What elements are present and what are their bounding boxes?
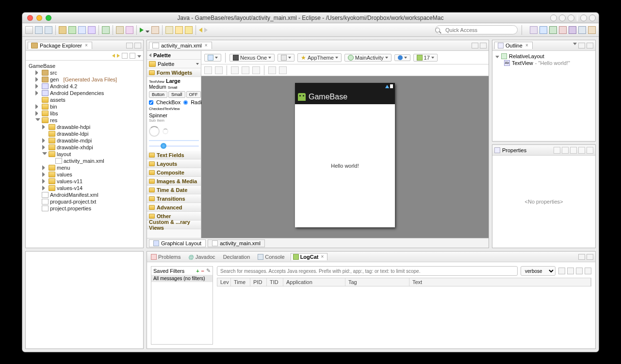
remove-filter-icon[interactable]: − [201,268,204,274]
values11-node[interactable]: values-v11 [42,178,140,185]
outline-tree[interactable]: RelativeLayout AbTextView - "Hello world… [492,51,595,141]
view-menu-icon[interactable] [137,55,141,58]
zoom-reset-icon[interactable] [559,15,566,21]
col-app[interactable]: Application [283,278,345,286]
package-tree[interactable]: GameBase src gen [Generated Java Files] … [26,61,143,248]
hierarchy-perspective-icon[interactable] [569,26,576,34]
zoom-in-icon[interactable] [589,15,596,21]
wand-icon[interactable] [116,26,124,34]
nav-fwd-icon[interactable] [204,28,208,32]
layout-file-node[interactable]: activity_main.xml [49,158,140,164]
emulate-icon[interactable] [268,66,276,74]
palette-breadcrumb[interactable]: Palette [147,51,201,60]
palette-seekbar-widget[interactable] [149,145,199,147]
open-perspective-icon[interactable] [530,26,538,34]
git-perspective-icon[interactable] [588,26,596,34]
col-tid[interactable]: TID [267,278,283,286]
sdk-manager-icon[interactable] [78,26,86,34]
package-icon[interactable] [59,26,66,34]
locale-dropdown[interactable] [394,54,410,61]
minimize-view-icon[interactable] [126,43,133,48]
pencil-icon[interactable] [185,26,193,34]
palette-ctv-widget[interactable]: CheckedTextView [149,107,199,111]
back-nav-icon[interactable] [112,54,115,58]
edit-filter-icon[interactable]: ✎ [206,268,211,274]
props-show-icon[interactable] [570,147,577,154]
avd-manager-icon[interactable] [88,26,96,34]
add-filter-icon[interactable]: + [196,268,199,274]
palette-small-button-widget[interactable]: Small [168,91,185,98]
palette-dropdown[interactable]: Palette [147,60,201,68]
minimize-view-icon[interactable] [578,43,585,48]
hello-textview[interactable]: Hello world! [331,163,359,169]
col-tag[interactable]: Tag [345,278,409,286]
refresh-icon[interactable] [68,26,76,34]
config-dropdown[interactable] [204,54,221,62]
images-group[interactable]: Images & Media [147,177,201,186]
bin-node[interactable]: bin [35,103,140,110]
drawable-mdpi-node[interactable]: drawable-mdpi [42,137,140,144]
minimize-view-icon[interactable] [472,43,478,48]
open-type-icon[interactable] [165,26,173,34]
composite-group[interactable]: Composite [147,168,201,177]
toggle-viewport2-icon[interactable] [215,66,223,74]
device-body[interactable]: Hello world! [295,104,395,227]
new-icon[interactable] [25,26,33,34]
values14-node[interactable]: values-v14 [42,185,140,191]
device-preview[interactable]: GameBase Hello world! [295,83,395,227]
editor-tab[interactable]: activity_main.xml × [149,42,212,49]
layout-node[interactable]: layout [42,151,140,158]
progress-circle-icon[interactable] [149,126,160,137]
props-collapse-icon[interactable] [587,147,593,154]
fwd-nav-icon[interactable] [117,54,120,58]
nav-back-icon[interactable] [199,28,202,32]
theme-dropdown[interactable]: ★AppTheme [297,53,342,62]
collapse-all-icon[interactable] [122,53,128,59]
gen-node[interactable]: gen [Generated Java Files] [35,76,140,83]
col-level[interactable]: Lev [217,278,231,286]
logcat-search-input[interactable] [217,266,518,276]
menu-node[interactable]: menu [42,164,140,171]
time-group[interactable]: Time & Date [147,186,201,194]
project-node[interactable]: GameBase [29,63,140,69]
col-time[interactable]: Time [231,278,250,286]
maximize-view-icon[interactable] [134,43,141,48]
android-lib-node[interactable]: Android 4.2 [35,83,140,90]
maximize-view-icon[interactable] [587,254,593,260]
view-menu-icon[interactable] [573,43,577,45]
drawable-xhdpi-node[interactable]: drawable-xhdpi [42,144,140,151]
ddms-perspective-icon[interactable] [549,26,557,34]
states3-icon[interactable] [252,66,260,74]
layouts-group[interactable]: Layouts [147,159,201,168]
palette-button-widget[interactable]: Button [149,91,167,98]
debug-perspective-icon[interactable] [559,26,567,34]
save-all-icon[interactable] [45,26,52,34]
link-editor-icon[interactable] [130,53,135,59]
javadoc-tab[interactable]: @Javadoc [186,253,217,260]
console-tab[interactable]: Console [256,253,286,260]
java-perspective-icon[interactable] [539,26,547,34]
progress-small-icon[interactable] [163,128,168,134]
activity-dropdown[interactable]: MainActivity [344,54,392,62]
close-tab-icon[interactable]: × [524,43,529,48]
advanced-group[interactable]: Advanced [147,203,201,212]
api-dropdown[interactable]: 17 [413,54,438,62]
drawable-ldpi-node[interactable]: drawable-ldpi [42,130,140,137]
lint-icon[interactable] [102,26,110,34]
save-log-icon[interactable] [558,268,565,274]
scroll-lock-icon[interactable] [585,268,591,274]
col-pid[interactable]: PID [250,278,267,286]
quick-access-input[interactable] [435,25,518,34]
declaration-tab[interactable]: Declaration [221,253,252,260]
logcat-tab[interactable]: LogCat× [291,253,327,260]
close-tab-icon[interactable]: × [320,254,325,259]
zoom-100-icon[interactable] [568,15,574,21]
maximize-view-icon[interactable] [587,43,593,48]
values-node[interactable]: values [42,171,140,178]
libs-node[interactable]: libs [35,110,140,117]
close-tab-icon[interactable]: × [84,43,89,48]
props-sort-icon[interactable] [562,147,569,154]
design-canvas[interactable]: GameBase Hello world! [201,76,489,238]
graphical-layout-tab[interactable]: Graphical Layout [149,239,206,247]
text-fields-group[interactable]: Text Fields [147,151,201,159]
